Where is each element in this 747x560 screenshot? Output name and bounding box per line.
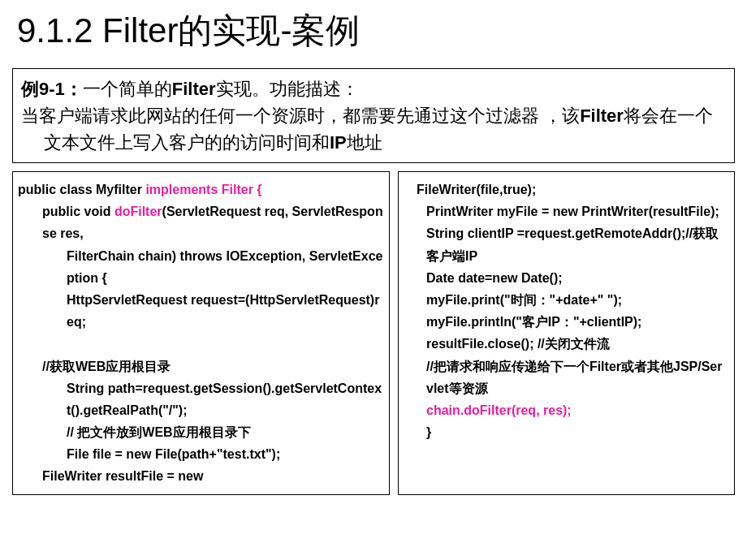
description-line1: 例9-1：一个简单的Filter实现。功能描述： xyxy=(21,75,726,102)
code-line: FileWriter(file,true); xyxy=(404,179,729,200)
code-comment: //把请求和响应传递给下一个Filter或者其他JSP/Servlet等资源 xyxy=(404,355,729,399)
code-line: HttpServletRequest request=(HttpServletR… xyxy=(18,289,384,333)
code-line: myFile.println("客户IP："+clientIP); xyxy=(404,311,729,333)
code-keyword: doFilter xyxy=(114,205,162,218)
code-comment: // 把文件放到WEB应用根目录下 xyxy=(18,421,384,443)
desc-text-1: 一个简单的 xyxy=(83,79,172,99)
code-line: File file = new File(path+"test.txt"); xyxy=(18,443,384,465)
code-line: Date date=new Date(); xyxy=(404,267,729,289)
slide-container: 9.1.2 Filter的实现-案例 例9-1：一个简单的Filter实现。功能… xyxy=(0,0,747,560)
description-line2: 当客户端请求此网站的任何一个资源时，都需要先通过这个过滤器 ，该Filter将会… xyxy=(21,102,726,156)
code-line: public class Myfilter implements Filter … xyxy=(18,179,384,200)
desc-bold-3: IP xyxy=(330,132,347,153)
description-box: 例9-1：一个简单的Filter实现。功能描述： 当客户端请求此网站的任何一个资… xyxy=(12,68,735,163)
code-text: public void xyxy=(42,205,114,218)
code-line: } xyxy=(404,421,729,443)
code-line: public void doFilter(ServletRequest req,… xyxy=(18,200,384,244)
example-label: 例9-1： xyxy=(21,79,83,99)
code-columns: public class Myfilter implements Filter … xyxy=(12,171,735,495)
code-box-right: FileWriter(file,true); PrintWriter myFil… xyxy=(398,171,735,495)
code-line: myFile.print("时间："+date+" "); xyxy=(404,289,729,311)
code-line: PrintWriter myFile = new PrintWriter(res… xyxy=(404,200,729,222)
desc-bold-2: Filter xyxy=(580,106,624,126)
code-comment: //获取WEB应用根目录 xyxy=(18,355,384,377)
code-keyword: implements Filter { xyxy=(145,183,261,196)
code-line-blank xyxy=(18,333,384,355)
desc-suffix-1: 实现。功能描述： xyxy=(216,79,359,99)
slide-title: 9.1.2 Filter的实现-案例 xyxy=(12,8,735,54)
code-box-left: public class Myfilter implements Filter … xyxy=(12,171,390,495)
code-text: public class Myfilter xyxy=(18,183,145,196)
code-keyword: chain.doFilter(req, res); xyxy=(404,399,729,421)
code-line: String path=request.getSession().getServ… xyxy=(18,377,384,421)
desc-text-2c: 地址 xyxy=(347,132,382,153)
desc-text-2a: 当客户端请求此网站的任何一个资源时，都需要先通过这个过滤器 ，该 xyxy=(21,106,580,126)
code-line: FilterChain chain) throws IOException, S… xyxy=(18,245,384,289)
code-line: String clientIP =request.getRemoteAddr()… xyxy=(404,222,729,266)
desc-bold-1: Filter xyxy=(172,79,216,99)
code-line: FileWriter resultFile = new xyxy=(18,465,384,487)
code-line: resultFile.close(); //关闭文件流 xyxy=(404,333,729,355)
